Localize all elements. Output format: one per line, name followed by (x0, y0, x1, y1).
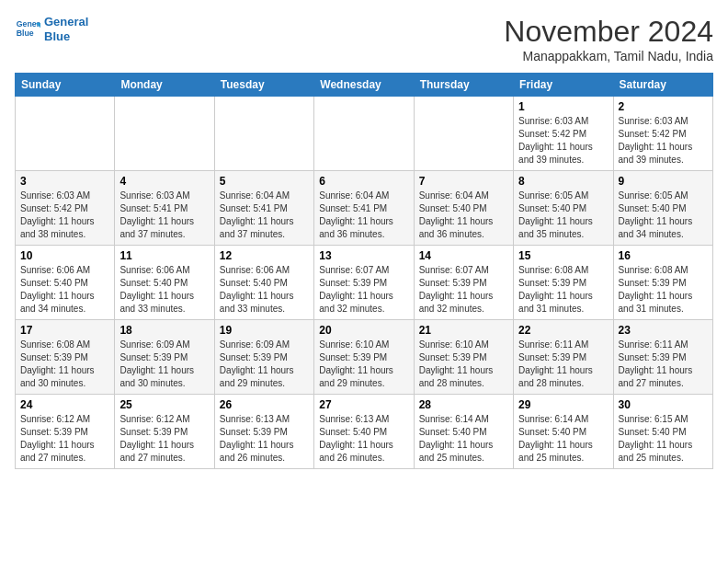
day-number: 9 (619, 175, 708, 188)
day-number: 27 (319, 398, 408, 411)
day-info: Sunrise: 6:12 AM Sunset: 5:39 PM Dayligh… (20, 413, 109, 465)
calendar-cell: 6Sunrise: 6:04 AM Sunset: 5:41 PM Daylig… (314, 171, 414, 246)
week-row-3: 10Sunrise: 6:06 AM Sunset: 5:40 PM Dayli… (16, 246, 713, 320)
day-info: Sunrise: 6:08 AM Sunset: 5:39 PM Dayligh… (518, 264, 608, 316)
calendar-cell: 18Sunrise: 6:09 AM Sunset: 5:39 PM Dayli… (115, 320, 214, 395)
calendar-cell: 20Sunrise: 6:10 AM Sunset: 5:39 PM Dayli… (314, 320, 414, 395)
day-info: Sunrise: 6:11 AM Sunset: 5:39 PM Dayligh… (518, 339, 608, 390)
calendar-cell: 19Sunrise: 6:09 AM Sunset: 5:39 PM Dayli… (214, 320, 313, 395)
day-number: 10 (20, 249, 109, 262)
day-number: 16 (619, 249, 708, 262)
title-block: November 2024 Manappakkam, Tamil Nadu, I… (504, 15, 713, 63)
calendar-cell (314, 97, 414, 171)
day-number: 23 (619, 324, 708, 337)
day-number: 29 (518, 398, 608, 411)
calendar-cell: 12Sunrise: 6:06 AM Sunset: 5:40 PM Dayli… (214, 246, 313, 320)
week-row-5: 24Sunrise: 6:12 AM Sunset: 5:39 PM Dayli… (16, 395, 713, 469)
day-number: 8 (518, 175, 608, 188)
calendar-cell (16, 97, 115, 171)
day-number: 28 (419, 398, 508, 411)
day-info: Sunrise: 6:06 AM Sunset: 5:40 PM Dayligh… (220, 264, 309, 316)
calendar-cell: 9Sunrise: 6:05 AM Sunset: 5:40 PM Daylig… (613, 171, 712, 246)
calendar-cell: 30Sunrise: 6:15 AM Sunset: 5:40 PM Dayli… (613, 395, 712, 469)
day-number: 5 (220, 175, 309, 188)
day-info: Sunrise: 6:04 AM Sunset: 5:41 PM Dayligh… (220, 190, 309, 241)
calendar-cell: 28Sunrise: 6:14 AM Sunset: 5:40 PM Dayli… (414, 395, 513, 469)
day-info: Sunrise: 6:09 AM Sunset: 5:39 PM Dayligh… (220, 339, 309, 390)
day-number: 18 (119, 324, 209, 337)
weekday-header-friday: Friday (514, 74, 613, 97)
day-number: 17 (20, 324, 109, 337)
week-row-4: 17Sunrise: 6:08 AM Sunset: 5:39 PM Dayli… (16, 320, 713, 395)
logo: General Blue General Blue (15, 15, 88, 43)
day-info: Sunrise: 6:13 AM Sunset: 5:39 PM Dayligh… (220, 413, 309, 465)
week-row-2: 3Sunrise: 6:03 AM Sunset: 5:42 PM Daylig… (16, 171, 713, 246)
day-info: Sunrise: 6:05 AM Sunset: 5:40 PM Dayligh… (619, 190, 708, 241)
month-title: November 2024 (504, 15, 713, 49)
day-info: Sunrise: 6:08 AM Sunset: 5:39 PM Dayligh… (619, 264, 708, 316)
day-number: 30 (619, 398, 708, 411)
day-number: 20 (319, 324, 408, 337)
day-number: 15 (518, 249, 608, 262)
day-info: Sunrise: 6:07 AM Sunset: 5:39 PM Dayligh… (319, 264, 408, 316)
weekday-header-monday: Monday (115, 74, 214, 97)
calendar-cell: 13Sunrise: 6:07 AM Sunset: 5:39 PM Dayli… (314, 246, 414, 320)
calendar-cell: 16Sunrise: 6:08 AM Sunset: 5:39 PM Dayli… (613, 246, 712, 320)
calendar-cell: 3Sunrise: 6:03 AM Sunset: 5:42 PM Daylig… (16, 171, 115, 246)
calendar-cell: 29Sunrise: 6:14 AM Sunset: 5:40 PM Dayli… (514, 395, 613, 469)
calendar-cell: 27Sunrise: 6:13 AM Sunset: 5:40 PM Dayli… (314, 395, 414, 469)
day-info: Sunrise: 6:13 AM Sunset: 5:40 PM Dayligh… (319, 413, 408, 465)
svg-text:General: General (17, 19, 40, 29)
day-number: 25 (119, 398, 209, 411)
day-info: Sunrise: 6:11 AM Sunset: 5:39 PM Dayligh… (619, 339, 708, 390)
calendar-cell (414, 97, 513, 171)
calendar-cell: 26Sunrise: 6:13 AM Sunset: 5:39 PM Dayli… (214, 395, 313, 469)
day-info: Sunrise: 6:08 AM Sunset: 5:39 PM Dayligh… (20, 339, 109, 390)
day-number: 11 (119, 249, 209, 262)
day-number: 26 (220, 398, 309, 411)
calendar-cell (214, 97, 313, 171)
day-number: 14 (419, 249, 508, 262)
weekday-header-tuesday: Tuesday (214, 74, 313, 97)
calendar-cell (115, 97, 214, 171)
day-number: 6 (319, 175, 408, 188)
calendar-cell: 21Sunrise: 6:10 AM Sunset: 5:39 PM Dayli… (414, 320, 513, 395)
page-header: General Blue General Blue November 2024 … (15, 15, 713, 63)
day-info: Sunrise: 6:05 AM Sunset: 5:40 PM Dayligh… (518, 190, 608, 241)
day-info: Sunrise: 6:03 AM Sunset: 5:42 PM Dayligh… (518, 115, 608, 167)
day-info: Sunrise: 6:04 AM Sunset: 5:41 PM Dayligh… (319, 190, 408, 241)
calendar-cell: 22Sunrise: 6:11 AM Sunset: 5:39 PM Dayli… (514, 320, 613, 395)
calendar-cell: 10Sunrise: 6:06 AM Sunset: 5:40 PM Dayli… (16, 246, 115, 320)
calendar-cell: 11Sunrise: 6:06 AM Sunset: 5:40 PM Dayli… (115, 246, 214, 320)
weekday-header-saturday: Saturday (613, 74, 712, 97)
day-info: Sunrise: 6:03 AM Sunset: 5:41 PM Dayligh… (119, 190, 209, 241)
calendar-cell: 25Sunrise: 6:12 AM Sunset: 5:39 PM Dayli… (115, 395, 214, 469)
day-number: 12 (220, 249, 309, 262)
day-info: Sunrise: 6:07 AM Sunset: 5:39 PM Dayligh… (419, 264, 508, 316)
calendar-cell: 17Sunrise: 6:08 AM Sunset: 5:39 PM Dayli… (16, 320, 115, 395)
day-info: Sunrise: 6:06 AM Sunset: 5:40 PM Dayligh… (119, 264, 209, 316)
week-row-1: 1Sunrise: 6:03 AM Sunset: 5:42 PM Daylig… (16, 97, 713, 171)
day-info: Sunrise: 6:10 AM Sunset: 5:39 PM Dayligh… (319, 339, 408, 390)
calendar-cell: 5Sunrise: 6:04 AM Sunset: 5:41 PM Daylig… (214, 171, 313, 246)
calendar-cell: 4Sunrise: 6:03 AM Sunset: 5:41 PM Daylig… (115, 171, 214, 246)
day-number: 4 (119, 175, 209, 188)
day-info: Sunrise: 6:15 AM Sunset: 5:40 PM Dayligh… (619, 413, 708, 465)
day-number: 13 (319, 249, 408, 262)
weekday-header-thursday: Thursday (414, 74, 513, 97)
day-number: 21 (419, 324, 508, 337)
calendar-cell: 14Sunrise: 6:07 AM Sunset: 5:39 PM Dayli… (414, 246, 513, 320)
day-info: Sunrise: 6:12 AM Sunset: 5:39 PM Dayligh… (119, 413, 209, 465)
day-number: 3 (20, 175, 109, 188)
day-number: 1 (518, 100, 608, 113)
day-info: Sunrise: 6:06 AM Sunset: 5:40 PM Dayligh… (20, 264, 109, 316)
calendar-cell: 8Sunrise: 6:05 AM Sunset: 5:40 PM Daylig… (514, 171, 613, 246)
day-number: 7 (419, 175, 508, 188)
day-number: 19 (220, 324, 309, 337)
weekday-header-wednesday: Wednesday (314, 74, 414, 97)
logo-text: General Blue (44, 15, 88, 43)
calendar-cell: 15Sunrise: 6:08 AM Sunset: 5:39 PM Dayli… (514, 246, 613, 320)
day-info: Sunrise: 6:04 AM Sunset: 5:40 PM Dayligh… (419, 190, 508, 241)
calendar-cell: 23Sunrise: 6:11 AM Sunset: 5:39 PM Dayli… (613, 320, 712, 395)
day-info: Sunrise: 6:03 AM Sunset: 5:42 PM Dayligh… (20, 190, 109, 241)
